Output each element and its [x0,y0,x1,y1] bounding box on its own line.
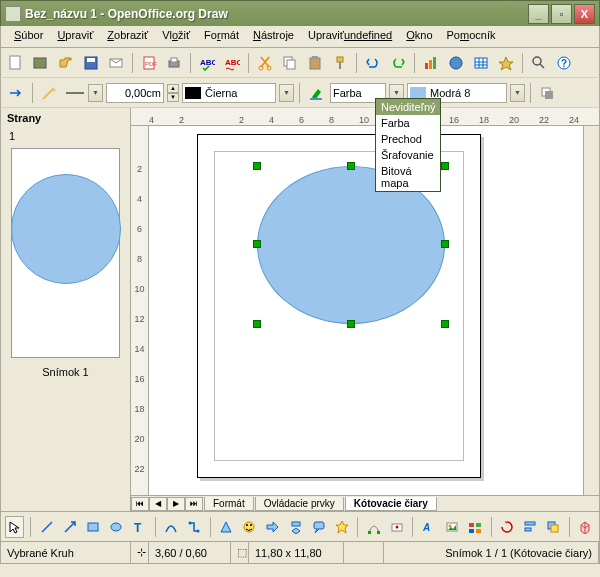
handle-n[interactable] [347,162,355,170]
email-button[interactable] [105,52,127,74]
save-button[interactable] [80,52,102,74]
line-width-input[interactable] [107,87,163,99]
menu-formát[interactable]: Formát [197,26,246,47]
select-tool[interactable] [5,516,24,538]
copy-button[interactable] [279,52,301,74]
layer-tab-1[interactable]: Ovládacie prvky [255,497,344,511]
line-tool[interactable] [37,516,56,538]
canvas[interactable] [149,126,583,495]
menu-upraviť[interactable]: Upraviť [50,26,100,47]
navigator-button[interactable] [495,52,517,74]
fill-option-4[interactable]: Bitová mapa [376,163,440,191]
menu-pomocník[interactable]: Pomocník [440,26,503,47]
line-color-arrow[interactable]: ▼ [279,84,294,102]
text-tool[interactable]: T [129,516,148,538]
menu-okno[interactable]: Okno [399,26,439,47]
open-button[interactable] [55,52,77,74]
fill-color-arrow[interactable]: ▼ [510,84,525,102]
stars-tool[interactable] [332,516,351,538]
svg-rect-30 [545,91,553,99]
handle-w[interactable] [253,240,261,248]
templates-button[interactable] [30,52,52,74]
arrow-style-button[interactable] [5,82,27,104]
gluepoints-tool[interactable] [387,516,406,538]
thumb-circle [11,174,121,284]
minimize-button[interactable]: _ [528,4,549,24]
handle-sw[interactable] [253,320,261,328]
menu-upraviť[interactable]: Upraviťundefined [301,26,399,47]
next-page-button[interactable]: ▶ [167,497,185,511]
rectangle-tool[interactable] [83,516,102,538]
layer-tab-0[interactable]: Formát [204,497,254,511]
line-color-combo[interactable]: Čierna [182,83,276,103]
basic-shapes-tool[interactable] [217,516,236,538]
symbol-shapes-tool[interactable] [240,516,259,538]
shadow-button[interactable] [536,82,558,104]
line-width-field[interactable] [106,83,164,103]
line-style-arrow[interactable]: ▼ [88,84,103,102]
chart-button[interactable] [420,52,442,74]
fill-option-1[interactable]: Farba [376,115,440,131]
fill-style-dropdown[interactable]: NeviditeľnýFarbaPrechodŠrafovanieBitová … [375,98,441,192]
format-paintbrush-button[interactable] [329,52,351,74]
svg-rect-28 [310,98,322,100]
menu-nástroje[interactable]: Nástroje [246,26,301,47]
slides-panel: Strany 1 Snímok 1 [1,108,131,511]
layer-tab-2[interactable]: Kótovacie čiary [345,497,437,511]
ellipse-tool[interactable] [106,516,125,538]
fill-option-3[interactable]: Šrafovanie [376,147,440,163]
first-page-button[interactable]: ⏮ [131,497,149,511]
points-tool[interactable] [364,516,383,538]
cut-button[interactable] [254,52,276,74]
align-tool[interactable] [521,516,540,538]
from-file-tool[interactable] [442,516,461,538]
handle-nw[interactable] [253,162,261,170]
paste-button[interactable] [304,52,326,74]
rotate-tool[interactable] [498,516,517,538]
slide-thumb[interactable] [11,148,120,358]
line-width-down[interactable]: ▼ [167,93,179,102]
fill-option-2[interactable]: Prechod [376,131,440,147]
table-button[interactable] [470,52,492,74]
last-page-button[interactable]: ⏭ [185,497,203,511]
flowchart-tool[interactable] [286,516,305,538]
line-style-button[interactable] [63,82,85,104]
handle-e[interactable] [441,240,449,248]
fill-option-0[interactable]: Neviditeľný [376,99,440,115]
gallery-tool[interactable] [466,516,485,538]
prev-page-button[interactable]: ◀ [149,497,167,511]
handle-se[interactable] [441,320,449,328]
handle-s[interactable] [347,320,355,328]
line-color-icon[interactable] [38,82,60,104]
svg-point-50 [448,524,451,527]
line-width-up[interactable]: ▲ [167,84,179,93]
zoom-button[interactable] [528,52,550,74]
vertical-scrollbar[interactable] [583,126,599,495]
svg-rect-23 [475,58,487,68]
maximize-button[interactable]: ▫ [551,4,572,24]
help-button[interactable]: ? [553,52,575,74]
spellcheck-button[interactable]: ABC [196,52,218,74]
curve-tool[interactable] [161,516,180,538]
status-modified [344,542,384,563]
menu-vložiť[interactable]: Vložiť [155,26,197,47]
pdf-button[interactable]: PDF [138,52,160,74]
print-button[interactable] [163,52,185,74]
autospell-button[interactable]: ABC [221,52,243,74]
block-arrows-tool[interactable] [263,516,282,538]
area-style-icon[interactable] [305,82,327,104]
redo-button[interactable] [387,52,409,74]
connector-tool[interactable] [185,516,204,538]
hyperlink-button[interactable] [445,52,467,74]
undo-button[interactable] [362,52,384,74]
menu-zobraziť[interactable]: Zobraziť [100,26,155,47]
callouts-tool[interactable] [309,516,328,538]
arrange-tool[interactable] [544,516,563,538]
handle-ne[interactable] [441,162,449,170]
extrusion-tool[interactable] [576,516,595,538]
fontwork-tool[interactable]: A [419,516,438,538]
arrow-tool[interactable] [60,516,79,538]
close-button[interactable]: X [574,4,595,24]
menu-súbor[interactable]: Súbor [7,26,50,47]
new-button[interactable] [5,52,27,74]
